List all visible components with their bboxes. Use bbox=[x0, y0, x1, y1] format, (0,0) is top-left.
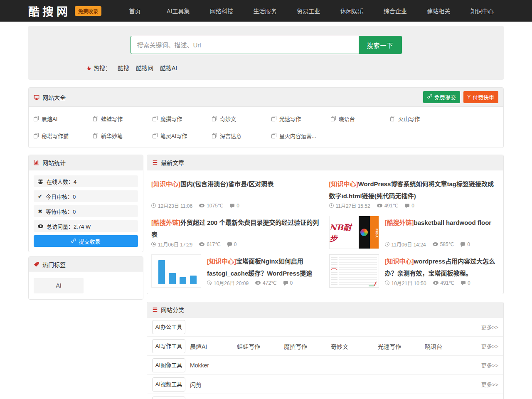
article-title[interactable]: [知识中心]宝塔面板Nginx如何启用fastcgi_cache缓存？WordP… bbox=[207, 255, 322, 279]
site-link[interactable]: 新华妙笔 bbox=[93, 127, 153, 144]
category-site-link[interactable]: 奇妙文 bbox=[331, 342, 378, 350]
site-logo[interactable]: 酷搜网 bbox=[28, 3, 71, 19]
category-row: AI音频工具 音虫官网 更多>> bbox=[147, 394, 503, 399]
article-item[interactable]: [知识中心]wordpress占用内容过大怎么办？亲测有效，宝塔面板教程。 10… bbox=[329, 252, 500, 291]
category-site-link[interactable]: 魔撰写作 bbox=[284, 342, 331, 350]
comment-icon bbox=[405, 204, 409, 207]
submit-listing-button[interactable]: 提交收录 bbox=[34, 235, 138, 247]
more-link[interactable]: 更多>> bbox=[481, 361, 498, 369]
list-icon bbox=[152, 160, 158, 165]
article-item[interactable]: NB耐步 FIBA [酷搜外链]basketball hardwood floo… bbox=[329, 213, 500, 252]
site-link[interactable]: 深言达意 bbox=[212, 127, 271, 144]
comment-icon bbox=[461, 281, 466, 284]
site-stats-title: 网站统计 bbox=[42, 158, 66, 167]
copy-icon bbox=[331, 116, 336, 121]
hot-search-link[interactable]: 酷搜 bbox=[118, 64, 129, 72]
site-stats-header: 网站统计 bbox=[29, 155, 143, 170]
category-site-link[interactable]: 晨煊AI bbox=[190, 342, 237, 350]
hot-search-link[interactable]: 酷搜网 bbox=[136, 64, 153, 72]
copy-icon bbox=[271, 133, 276, 138]
clock-icon bbox=[151, 203, 156, 208]
paid-review-button[interactable]: ¥ 付费快审 bbox=[463, 91, 498, 103]
stat-total-visits: 总访问量：2.74 W bbox=[34, 220, 138, 232]
latest-articles-header: 最新文章 bbox=[147, 155, 503, 170]
nav-item-home[interactable]: 首页 bbox=[113, 7, 156, 15]
article-title[interactable]: [酷搜外链]外贸超过 200 个最新免费目录提交的经过验证的列表 bbox=[151, 217, 322, 241]
article-meta: 10月21日 10:50 491℃ 0 bbox=[385, 279, 500, 288]
site-link[interactable]: 晨煊AI bbox=[34, 110, 93, 127]
nav-item-enterprise[interactable]: 综合企业 bbox=[374, 7, 417, 15]
copy-icon bbox=[212, 133, 217, 138]
stat-pending-review: ✖ 等待审核：0 bbox=[34, 205, 138, 217]
search-input[interactable] bbox=[131, 36, 359, 54]
site-link[interactable]: 星火内容运营... bbox=[271, 127, 331, 144]
article-meta: 11月06日 14:24 585℃ 0 bbox=[385, 241, 500, 249]
nav-item-ai-tools[interactable]: AI工具集 bbox=[156, 7, 200, 15]
comment-icon bbox=[230, 204, 234, 207]
article-category-tag: [知识中心] bbox=[329, 180, 358, 187]
article-meta: 10月26日 20:09 472℃ 0 bbox=[207, 279, 322, 288]
x-icon: ✖ bbox=[38, 209, 42, 214]
copy-icon bbox=[34, 133, 39, 138]
site-link[interactable]: 火山写作 bbox=[390, 110, 450, 127]
stat-online-users: 在线人数：4 bbox=[34, 175, 138, 187]
more-link[interactable]: 更多>> bbox=[481, 342, 498, 350]
article-item[interactable]: [知识中心]宝塔面板Nginx如何启用fastcgi_cache缓存？WordP… bbox=[151, 252, 322, 291]
category-label[interactable]: AI视频工具 bbox=[152, 377, 185, 392]
article-item[interactable]: [酷搜外链]外贸超过 200 个最新免费目录提交的经过验证的列表 11月06日 … bbox=[151, 213, 322, 252]
clock-icon bbox=[151, 242, 156, 246]
more-link[interactable]: 更多>> bbox=[481, 323, 498, 331]
category-site-link[interactable]: 光速写作 bbox=[378, 342, 425, 350]
copy-icon bbox=[271, 116, 276, 121]
eye-icon bbox=[199, 242, 204, 246]
nav-item-trade-industry[interactable]: 贸易工业 bbox=[287, 7, 330, 15]
eye-icon bbox=[199, 204, 204, 207]
eye-icon bbox=[38, 224, 43, 228]
category-label[interactable]: AI办公工具 bbox=[152, 320, 185, 334]
article-item[interactable]: [知识中心]WordPress博客系统如何将文章tag标签链接改成数字id.ht… bbox=[329, 175, 500, 213]
site-link[interactable]: 奇妙文 bbox=[212, 110, 271, 127]
hot-search-link[interactable]: 酷搜AI bbox=[160, 64, 177, 72]
tag-icon bbox=[34, 261, 39, 267]
tag-link[interactable]: AI bbox=[34, 278, 84, 293]
nav-item-entertainment[interactable]: 休闲娱乐 bbox=[330, 7, 373, 15]
article-title[interactable]: [酷搜外链]basketball hardwood floor bbox=[385, 217, 500, 229]
site-categories-title: 网站分类 bbox=[161, 305, 184, 314]
article-item[interactable]: [知识中心]国内(包含港澳台)省市县/区对照表 12月23日 11:06 107… bbox=[151, 175, 322, 213]
nav-item-life-services[interactable]: 生活服务 bbox=[243, 7, 286, 15]
nav-item-network-tech[interactable]: 网络科技 bbox=[200, 7, 243, 15]
eye-icon bbox=[255, 281, 261, 285]
copy-icon bbox=[93, 133, 98, 138]
nav-item-knowledge-center[interactable]: 知识中心 bbox=[461, 7, 504, 15]
free-listing-badge[interactable]: 免费收录 bbox=[75, 6, 101, 16]
yen-icon: ¥ bbox=[468, 94, 470, 100]
article-thumbnail: NB耐步 FIBA bbox=[329, 216, 379, 249]
search-button[interactable]: 搜索一下 bbox=[359, 36, 402, 54]
category-row: AI视频工具 闪剪 更多>> bbox=[147, 375, 503, 394]
nav-item-site-building[interactable]: 建站相关 bbox=[417, 7, 460, 15]
site-link[interactable]: 秘塔写作猫 bbox=[34, 127, 93, 144]
category-site-link[interactable]: 蛙蛙写作 bbox=[237, 342, 284, 350]
site-link[interactable]: 光速写作 bbox=[271, 110, 331, 127]
category-site-link[interactable]: Mokker bbox=[190, 362, 237, 369]
copy-icon bbox=[93, 116, 98, 121]
site-link[interactable]: 蛙蛙写作 bbox=[93, 110, 153, 127]
article-meta: 11月06日 17:29 617℃ 0 bbox=[151, 241, 322, 249]
site-link[interactable]: 魔撰写作 bbox=[153, 110, 212, 127]
list-icon bbox=[152, 307, 158, 313]
category-label[interactable]: AI写作工具 bbox=[152, 339, 185, 353]
category-label[interactable]: AI图像工具 bbox=[152, 358, 185, 372]
monitor-icon bbox=[34, 94, 39, 100]
hot-tags-title: 热门标签 bbox=[42, 260, 66, 268]
site-link[interactable]: 笔灵AI写作 bbox=[153, 127, 212, 144]
more-link[interactable]: 更多>> bbox=[481, 380, 498, 388]
free-submit-button[interactable]: 免费提交 bbox=[423, 91, 460, 103]
category-site-link[interactable]: 晓语台 bbox=[425, 342, 472, 350]
category-label[interactable]: AI音频工具 bbox=[152, 397, 185, 399]
site-link[interactable]: 晓语台 bbox=[331, 110, 390, 127]
article-title[interactable]: [知识中心]wordpress占用内容过大怎么办？亲测有效，宝塔面板教程。 bbox=[385, 255, 500, 279]
stat-reviewed-today: ✔ 今日审核：0 bbox=[34, 190, 138, 202]
category-site-link[interactable]: 闪剪 bbox=[190, 380, 237, 389]
article-title[interactable]: [知识中心]WordPress博客系统如何将文章tag标签链接改成数字id.ht… bbox=[329, 178, 500, 202]
article-title[interactable]: [知识中心]国内(包含港澳台)省市县/区对照表 bbox=[151, 178, 322, 190]
